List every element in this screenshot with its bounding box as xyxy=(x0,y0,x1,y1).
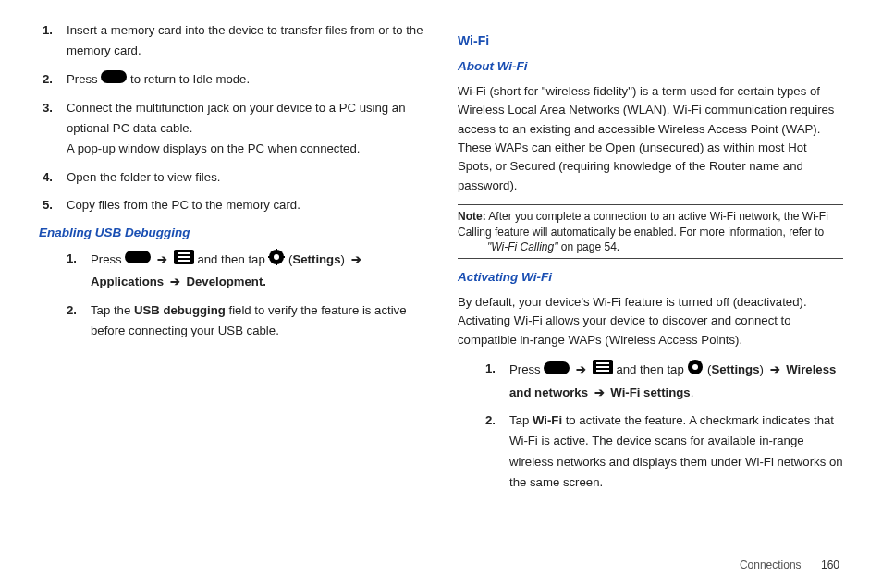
arrow-icon: ➔ xyxy=(592,386,607,399)
development-label: Development. xyxy=(183,275,266,288)
step-text: Press ➔ and then tap (Settings) ➔ Applic… xyxy=(91,249,424,293)
heading-enabling-usb: Enabling USB Debugging xyxy=(39,224,424,243)
arrow-icon: ➔ xyxy=(349,252,364,266)
step-number: 2. xyxy=(482,410,509,494)
text: Tap the xyxy=(91,303,134,317)
home-key-icon xyxy=(125,250,151,270)
step-text: Insert a memory card into the device to … xyxy=(67,20,424,62)
svg-rect-0 xyxy=(101,70,127,83)
step-text: Tap the USB debugging field to verify th… xyxy=(91,300,424,342)
list-item: 1. Insert a memory card into the device … xyxy=(39,20,424,62)
step-text: Connect the multifunction jack on your d… xyxy=(67,98,424,160)
step-number: 4. xyxy=(39,167,67,188)
menu-key-icon xyxy=(593,360,613,381)
list-item: 1. Press ➔ and then tap (Settings) ➔ App… xyxy=(63,249,424,293)
note-label: Note: xyxy=(458,210,486,223)
svg-rect-14 xyxy=(596,362,609,364)
about-wifi-paragraph: Wi-Fi (short for "wireless fidelity") is… xyxy=(458,82,843,196)
note-text: on page 54. xyxy=(557,240,619,253)
step-number: 2. xyxy=(63,300,91,342)
svg-rect-9 xyxy=(276,263,277,265)
text: to return to Idle mode. xyxy=(130,72,250,86)
wifi-label: Wi-Fi xyxy=(533,413,562,427)
left-column: 1. Insert a memory card into the device … xyxy=(39,20,424,527)
step-text: Press to return to Idle mode. xyxy=(67,69,424,91)
arrow-icon: ➔ xyxy=(767,362,783,376)
text: Press xyxy=(91,252,125,266)
arrow-icon: ➔ xyxy=(573,362,589,376)
text: ) xyxy=(341,252,349,266)
settings-label: Settings xyxy=(711,362,759,376)
step-text: Copy files from the PC to the memory car… xyxy=(67,195,424,215)
text: . xyxy=(691,386,694,399)
list-item: 2. Tap the USB debugging field to verify… xyxy=(63,300,424,342)
note-continuation: "Wi-Fi Calling" on page 54. xyxy=(458,239,843,254)
footer-page-number: 160 xyxy=(821,558,839,571)
usb-steps-list: 1. Press ➔ and then tap (Settings) ➔ App… xyxy=(63,249,424,342)
wifi-calling-ref: "Wi-Fi Calling" xyxy=(487,240,557,253)
list-item: 1. Press ➔ and then tap (Settings) ➔ Wir… xyxy=(482,359,843,403)
list-item: 2. Tap Wi-Fi to activate the feature. A … xyxy=(482,410,843,494)
text: and then tap xyxy=(616,362,687,376)
gear-icon xyxy=(268,249,285,272)
arrow-icon: ➔ xyxy=(154,252,170,266)
step-number: 1. xyxy=(63,249,91,293)
page-footer: Connections 160 xyxy=(740,558,839,571)
list-item: 5. Copy files from the PC to the memory … xyxy=(39,195,424,215)
svg-rect-4 xyxy=(178,256,190,258)
step-text: Press ➔ and then tap (Settings) ➔ Wirele… xyxy=(509,359,843,403)
text: ) xyxy=(760,362,767,376)
step-number: 5. xyxy=(39,195,67,215)
list-item: 2. Press to return to Idle mode. xyxy=(39,69,424,91)
heading-wifi: Wi-Fi xyxy=(458,31,843,52)
svg-rect-5 xyxy=(178,260,190,262)
activating-steps-list: 1. Press ➔ and then tap (Settings) ➔ Wir… xyxy=(482,359,843,494)
step-text: Tap Wi-Fi to activate the feature. A che… xyxy=(509,410,843,494)
page-columns: 1. Insert a memory card into the device … xyxy=(0,0,882,536)
wifi-settings-label: Wi-Fi settings xyxy=(607,386,691,399)
svg-point-7 xyxy=(274,254,279,260)
svg-rect-15 xyxy=(596,366,609,368)
svg-rect-12 xyxy=(544,361,570,374)
applications-label: Applications xyxy=(91,275,167,288)
svg-rect-3 xyxy=(178,252,190,254)
note-text: After you complete a connection to an ac… xyxy=(458,210,828,238)
svg-rect-16 xyxy=(596,370,609,372)
activating-wifi-paragraph: By default, your device's Wi-Fi feature … xyxy=(458,293,843,349)
step-number: 3. xyxy=(39,98,67,160)
list-item: 3. Connect the multifunction jack on you… xyxy=(39,98,424,160)
footer-section: Connections xyxy=(740,558,802,571)
text: Press xyxy=(509,362,544,376)
gear-icon xyxy=(687,359,704,382)
svg-rect-10 xyxy=(268,256,271,258)
usb-debugging-label: USB debugging xyxy=(134,303,226,317)
svg-rect-8 xyxy=(276,249,277,251)
home-key-icon xyxy=(544,361,570,381)
right-column: Wi-Fi About Wi-Fi Wi-Fi (short for "wire… xyxy=(458,20,843,527)
home-key-icon xyxy=(101,69,127,90)
svg-rect-11 xyxy=(282,256,285,258)
arrow-icon: ➔ xyxy=(167,275,183,288)
settings-label: Settings xyxy=(292,252,340,266)
heading-about-wifi: About Wi-Fi xyxy=(458,57,843,77)
step-number: 1. xyxy=(482,359,509,403)
list-item: 4. Open the folder to view files. xyxy=(39,167,424,188)
svg-point-18 xyxy=(692,364,698,370)
step-text: Open the folder to view files. xyxy=(67,167,424,188)
step-number: 1. xyxy=(39,20,67,62)
left-steps-list: 1. Insert a memory card into the device … xyxy=(39,20,424,216)
text: Press xyxy=(67,72,101,86)
heading-activating-wifi: Activating Wi-Fi xyxy=(458,268,843,288)
menu-key-icon xyxy=(174,250,194,271)
svg-rect-1 xyxy=(125,251,151,263)
text: Tap xyxy=(509,413,533,427)
text: and then tap xyxy=(197,252,268,266)
step-number: 2. xyxy=(39,69,67,91)
note-block: Note: After you complete a connection to… xyxy=(458,204,843,259)
